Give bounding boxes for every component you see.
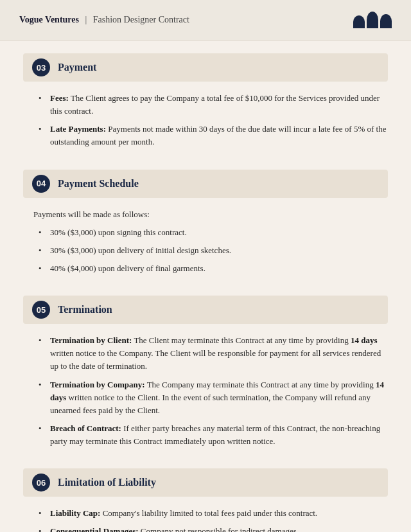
brand-name: Vogue Ventures (19, 15, 79, 24)
liability-list: Liability Cap: Company's liability limit… (33, 507, 388, 532)
section-payment-schedule-body: Payments will be made as follows: 30% ($… (23, 206, 388, 283)
section-number-06: 06 (32, 474, 50, 492)
contract-title: Fashion Designer Contract (93, 15, 189, 24)
breach-label: Breach of Contract: (50, 423, 121, 433)
section-title-payment: Payment (58, 62, 96, 73)
section-liability-header: 06 Limitation of Liability (23, 468, 388, 497)
section-liability-body: Liability Cap: Company's liability limit… (23, 504, 388, 532)
header-brand: Vogue Ventures | Fashion Designer Contra… (19, 15, 189, 25)
section-number-05: 05 (32, 301, 50, 319)
schedule-item-1: 30% ($3,000) upon signing this contract. (50, 227, 187, 237)
section-payment-schedule: 04 Payment Schedule Payments will be mad… (23, 170, 388, 283)
section-title-liability: Limitation of Liability (58, 477, 156, 488)
list-item: 30% ($3,000) upon delivery of initial de… (39, 244, 388, 257)
list-item: Liability Cap: Company's liability limit… (39, 507, 388, 520)
list-item: Late Payments: Payments not made within … (39, 123, 388, 148)
termination-company-label: Termination by Company: (50, 380, 145, 389)
liability-cap-text: Company's liability limited to total fee… (103, 508, 318, 518)
termination-client-label: Termination by Client: (50, 335, 132, 345)
list-item: 40% ($4,000) upon delivery of final garm… (39, 262, 388, 275)
termination-list: Termination by Client: The Client may te… (33, 334, 388, 448)
logo-icon (353, 12, 392, 28)
section-title-payment-schedule: Payment Schedule (58, 178, 139, 190)
schedule-item-3: 40% ($4,000) upon delivery of final garm… (50, 263, 206, 273)
section-payment-schedule-header: 04 Payment Schedule (23, 170, 388, 198)
consequential-damages-label: Consequential Damages: (50, 526, 139, 532)
section-payment-body: Fees: The Client agrees to pay the Compa… (23, 89, 388, 157)
header: Vogue Ventures | Fashion Designer Contra… (0, 0, 411, 40)
logo-arc-1 (353, 15, 365, 28)
section-liability: 06 Limitation of Liability Liability Cap… (23, 468, 388, 532)
section-termination-header: 05 Termination (23, 296, 388, 324)
main-content: 03 Payment Fees: The Client agrees to pa… (0, 40, 411, 532)
section-payment: 03 Payment Fees: The Client agrees to pa… (23, 53, 388, 157)
liability-cap-label: Liability Cap: (50, 508, 100, 518)
logo-arc-2 (367, 12, 378, 28)
section-number-03: 03 (32, 58, 50, 76)
section-termination-body: Termination by Client: The Client may te… (23, 332, 388, 456)
consequential-damages-text: Company not responsible for indirect dam… (141, 526, 299, 532)
list-item: Fees: The Client agrees to pay the Compa… (39, 92, 388, 118)
late-payments-label: Late Payments: (50, 124, 106, 134)
list-item: Breach of Contract: If either party brea… (39, 422, 388, 448)
list-item: Termination by Company: The Company may … (39, 378, 388, 417)
payment-list: Fees: The Client agrees to pay the Compa… (33, 92, 388, 149)
list-item: Termination by Client: The Client may te… (39, 334, 388, 373)
fees-text: The Client agrees to pay the Company a t… (50, 93, 380, 116)
section-payment-header: 03 Payment (23, 53, 388, 82)
section-termination: 05 Termination Termination by Client: Th… (23, 296, 388, 456)
14days-1: 14 days (351, 335, 378, 345)
logo-arc-3 (380, 14, 392, 28)
section-title-termination: Termination (58, 304, 112, 315)
payment-schedule-list: 30% ($3,000) upon signing this contract.… (33, 226, 388, 275)
fees-label: Fees: (50, 93, 69, 103)
header-pipe: | (85, 15, 87, 24)
section-number-04: 04 (32, 175, 50, 193)
list-item: Consequential Damages: Company not respo… (39, 525, 388, 532)
payment-schedule-intro: Payments will be made as follows: (33, 208, 388, 221)
list-item: 30% ($3,000) upon signing this contract. (39, 226, 388, 239)
schedule-item-2: 30% ($3,000) upon delivery of initial de… (50, 245, 231, 255)
